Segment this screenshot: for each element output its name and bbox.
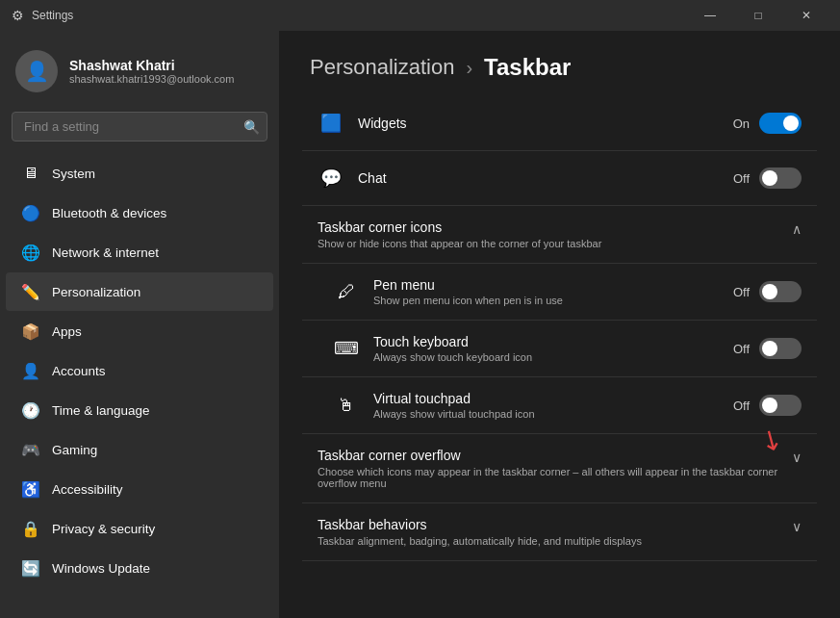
section-chevron-taskbar-corner-icons: ∧ — [792, 221, 802, 237]
sidebar-item-windows-update[interactable]: 🔄 Windows Update — [6, 549, 273, 587]
accessibility-label: Accessibility — [52, 482, 123, 497]
setting-row-widgets: 🟦 Widgets On — [302, 96, 817, 151]
sidebar-item-network[interactable]: 🌐 Network & internet — [6, 233, 273, 271]
setting-row-chat: 💬 Chat Off — [302, 151, 817, 206]
privacy-label: Privacy & security — [52, 522, 155, 536]
sidebar: 👤 Shashwat Khatri shashwat.khatri1993@ou… — [0, 31, 279, 618]
user-profile: 👤 Shashwat Khatri shashwat.khatri1993@ou… — [0, 31, 279, 108]
section-header-taskbar-corner-icons[interactable]: Taskbar corner icons Show or hide icons … — [302, 206, 817, 264]
personalization-label: Personalization — [52, 285, 140, 299]
pen-menu-label: Pen menu — [373, 277, 563, 293]
search-box: 🔍 — [12, 112, 267, 142]
bluetooth-icon: 🔵 — [21, 203, 40, 222]
setting-right: On — [733, 113, 802, 134]
chat-label: Chat — [358, 170, 387, 186]
sidebar-item-accessibility[interactable]: ♿ Accessibility — [6, 470, 273, 508]
maximize-button[interactable]: □ — [736, 0, 780, 31]
page-title: Taskbar — [484, 54, 571, 81]
touch-keyboard-toggle-thumb — [762, 341, 777, 356]
sidebar-item-accounts[interactable]: 👤 Accounts — [6, 351, 273, 390]
chat-state: Off — [733, 171, 750, 186]
setting-left-pen-menu: 🖊 Pen menu Show pen menu icon when pen i… — [333, 277, 563, 306]
section-title-taskbar-corner-overflow: Taskbar corner overflow — [318, 448, 792, 463]
section-desc-taskbar-behaviors: Taskbar alignment, badging, automaticall… — [318, 535, 642, 547]
accounts-icon: 👤 — [21, 361, 40, 380]
setting-row-pen-menu: 🖊 Pen menu Show pen menu icon when pen i… — [302, 264, 817, 321]
search-icon[interactable]: 🔍 — [243, 119, 260, 135]
section-desc-taskbar-corner-overflow: Choose which icons may appear in the tas… — [318, 466, 792, 489]
accounts-label: Accounts — [52, 364, 106, 378]
system-label: System — [52, 167, 95, 181]
chat-icon: 💬 — [318, 165, 344, 192]
touch-keyboard-text: Touch keyboard Always show touch keyboar… — [373, 334, 532, 363]
section-content-taskbar-behaviors: Taskbar behaviors Taskbar alignment, bad… — [318, 517, 642, 547]
network-icon: 🌐 — [21, 243, 40, 262]
touch-keyboard-state: Off — [733, 342, 750, 356]
virtual-touchpad-state: Off — [733, 399, 750, 413]
system-icon: 🖥 — [21, 164, 40, 183]
title-bar: ⚙ Settings — □ ✕ — [0, 0, 840, 31]
settings-window-icon: ⚙ — [12, 8, 24, 23]
close-button[interactable]: ✕ — [784, 0, 828, 31]
nav-list: 🖥 System 🔵 Bluetooth & devices 🌐 Network… — [0, 153, 279, 588]
time-icon: 🕐 — [21, 400, 40, 420]
setting-row-virtual-touchpad: 🖱 Virtual touchpad Always show virtual t… — [302, 377, 817, 434]
pen-menu-toggle-thumb — [762, 284, 777, 299]
setting-left-touch-keyboard: ⌨ Touch keyboard Always show touch keybo… — [333, 334, 532, 363]
touch-keyboard-label: Touch keyboard — [373, 334, 532, 349]
settings-list: 🟦 Widgets On 💬 Chat Off Taskbar corner i… — [279, 96, 840, 561]
pen-menu-toggle[interactable] — [759, 281, 802, 302]
title-bar-title: Settings — [32, 9, 73, 22]
section-content-taskbar-corner-icons: Taskbar corner icons Show or hide icons … — [318, 219, 601, 249]
user-name: Shashwat Khatri — [69, 58, 234, 73]
pen-menu-text: Pen menu Show pen menu icon when pen is … — [373, 277, 563, 306]
minimize-button[interactable]: — — [688, 0, 732, 31]
pen-menu-icon: 🖊 — [333, 278, 360, 305]
breadcrumb-parent: Personalization — [310, 55, 454, 80]
virtual-touchpad-icon: 🖱 — [333, 392, 360, 419]
sidebar-item-time[interactable]: 🕐 Time & language — [6, 391, 273, 429]
widgets-icon: 🟦 — [318, 110, 344, 137]
gaming-icon: 🎮 — [21, 440, 40, 459]
section-desc-taskbar-corner-icons: Show or hide icons that appear on the co… — [318, 238, 601, 249]
windows-update-label: Windows Update — [52, 561, 150, 576]
title-bar-controls: — □ ✕ — [688, 0, 828, 31]
app-body: 👤 Shashwat Khatri shashwat.khatri1993@ou… — [0, 31, 840, 618]
setting-right: Off — [733, 167, 802, 189]
section-content-taskbar-corner-overflow: Taskbar corner overflow Choose which ico… — [318, 448, 792, 489]
sidebar-item-personalization[interactable]: ✏️ Personalization — [6, 272, 273, 311]
accessibility-icon: ♿ — [21, 479, 40, 499]
widgets-toggle[interactable] — [759, 113, 802, 134]
section-header-taskbar-corner-overflow[interactable]: Taskbar corner overflow Choose which ico… — [302, 434, 817, 503]
section-header-taskbar-behaviors[interactable]: Taskbar behaviors Taskbar alignment, bad… — [302, 503, 817, 561]
bluetooth-label: Bluetooth & devices — [52, 206, 166, 220]
sidebar-item-system[interactable]: 🖥 System — [6, 154, 273, 193]
sidebar-item-gaming[interactable]: 🎮 Gaming — [6, 430, 273, 469]
widgets-label: Widgets — [358, 116, 407, 131]
section-title-taskbar-behaviors: Taskbar behaviors — [318, 517, 642, 532]
virtual-touchpad-toggle[interactable] — [759, 395, 802, 416]
page-header: Personalization › Taskbar — [279, 31, 840, 96]
chat-toggle[interactable] — [759, 167, 802, 189]
touch-keyboard-icon: ⌨ — [333, 335, 360, 362]
gaming-label: Gaming — [52, 443, 97, 457]
setting-right-virtual-touchpad: Off — [733, 395, 802, 416]
chat-toggle-thumb — [762, 170, 777, 186]
apps-icon: 📦 — [21, 322, 40, 341]
sidebar-item-privacy[interactable]: 🔒 Privacy & security — [6, 509, 273, 548]
sidebar-item-bluetooth[interactable]: 🔵 Bluetooth & devices — [6, 193, 273, 232]
pen-menu-desc: Show pen menu icon when pen is in use — [373, 295, 563, 306]
sidebar-item-apps[interactable]: 📦 Apps — [6, 312, 273, 350]
setting-right-touch-keyboard: Off — [733, 338, 802, 359]
title-bar-left: ⚙ Settings — [12, 8, 73, 23]
search-input[interactable] — [12, 112, 267, 142]
touch-keyboard-toggle[interactable] — [759, 338, 802, 359]
virtual-touchpad-desc: Always show virtual touchpad icon — [373, 408, 535, 420]
setting-left: 🟦 Widgets — [318, 110, 407, 137]
avatar: 👤 — [15, 50, 58, 92]
time-label: Time & language — [52, 403, 150, 418]
windows-update-icon: 🔄 — [21, 558, 40, 578]
section-title-taskbar-corner-icons: Taskbar corner icons — [318, 219, 601, 235]
privacy-icon: 🔒 — [21, 519, 40, 538]
user-info: Shashwat Khatri shashwat.khatri1993@outl… — [69, 58, 234, 85]
